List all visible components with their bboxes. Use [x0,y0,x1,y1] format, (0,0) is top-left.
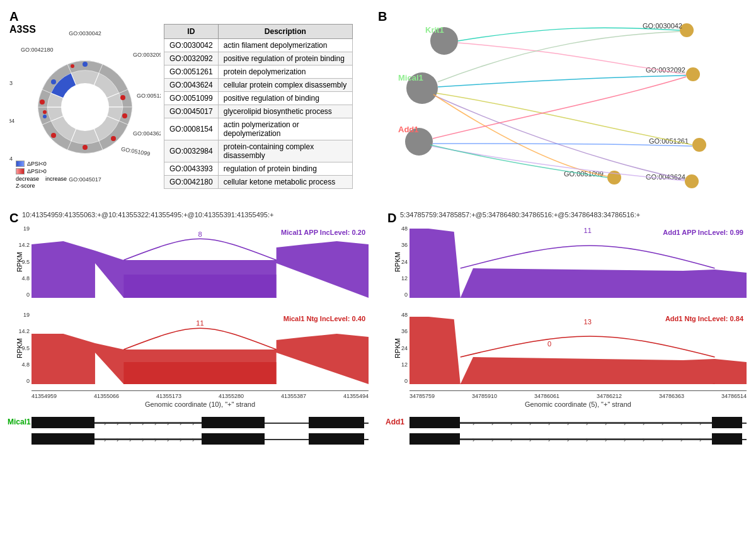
svg-rect-39 [123,275,276,298]
svg-point-2 [122,113,127,118]
svg-point-6 [43,115,47,118]
d-ntg-track-container: 483624120 RPKM 13 2 0 Add1 Ntg IncLevel:… [384,312,750,384]
go-id-cell: GO:0051261 [164,65,219,79]
svg-point-34 [685,174,699,188]
app-inc-level: Mical1 APP IncLevel: 0.20 [281,229,365,236]
svg-text:›: › [129,420,131,427]
go-table-row: GO:0051261protein depolymerization [164,65,353,79]
go-table-row: GO:0043393regulation of protein binding [164,162,353,176]
circular-diagram: GO:0030042 GO:0032092 GO:0051261 GO:0043… [9,25,161,189]
c-x-axis: 4135495941355066413551734135528041355387… [32,390,369,408]
go-id-cell: GO:0032092 [164,52,219,65]
svg-text:GO:0051261: GO:0051261 [649,137,689,145]
svg-text:›: › [699,420,701,427]
svg-text:›: › [117,420,118,427]
legend-zscore: Z-score [16,183,35,189]
svg-text:GO:0042180: GO:0042180 [21,47,54,53]
svg-text:›: › [180,420,181,427]
panel-d-label: D [387,211,396,225]
app-rpkm-label: RPKM [16,252,23,272]
svg-text:›: › [586,436,588,443]
go-table-row: GO:0043624cellular protein complex disas… [164,79,353,92]
svg-point-3 [111,136,116,141]
svg-text:›: › [142,436,144,443]
svg-text:Krit1: Krit1 [425,25,444,35]
d-x-axis: 3478575934785910347860613478621234786363… [410,390,747,408]
go-table-id-header: ID [164,25,219,39]
go-table-row: GO:0032092positive regulation of protein… [164,52,353,65]
panel-a-label: A [9,9,18,24]
go-id-cell: GO:0043624 [164,79,219,92]
app-area-chart: 8 37 [32,225,369,298]
panel-c-label: C [9,211,18,225]
ntg-rpkm-plot: 1914.29.54.80 RPKM 11 21 Mical1 Ntg IncL… [32,312,369,384]
ntg-area-chart: 11 21 [32,312,369,384]
svg-text:›: › [167,420,169,427]
legend-dpsi-gt0: ΔPSI>0 [27,168,47,174]
go-table: ID Description GO:0030042actin filament … [164,24,353,189]
svg-text:13: 13 [583,318,591,326]
svg-point-11 [40,99,45,105]
go-desc-cell: protein-containing complex disassembly [218,140,352,162]
go-id-cell: GO:0032984 [164,140,219,162]
go-id-cell: GO:0042180 [164,176,219,189]
svg-text:›: › [192,420,194,427]
svg-point-4 [83,145,88,150]
panel-c: C 10:41354959:41355063:+@10:41355322:413… [6,208,372,529]
svg-text:›: › [529,420,531,427]
svg-text:›: › [548,420,550,427]
go-table-row: GO:0032984protein-containing complex dis… [164,140,353,162]
ntg-rpkm-label: RPKM [16,338,23,358]
svg-text:›: › [680,420,682,427]
d-app-rpkm-plot: 483624120 RPKM 11 0 Add1 APP IncLevel: 0… [410,225,747,298]
go-id-cell: GO:0008154 [164,118,219,140]
svg-text:›: › [491,436,493,443]
svg-text:›: › [154,420,156,427]
svg-text:GO:0043624: GO:0043624 [646,173,685,181]
svg-text:GO:0032984: GO:0032984 [9,118,14,124]
d-axis-title: Genomic coordinate (5), "+" strand [410,401,747,408]
svg-text:›: › [472,420,474,427]
legend-dpsi-lt0: ΔPSI<0 [27,161,47,167]
svg-point-9 [71,64,74,68]
legend: ΔPSI<0 ΔPSI>0 decrease increase Z-score [16,161,67,189]
svg-text:›: › [529,436,531,443]
legend-decrease: decrease [16,176,39,182]
panel-b-label: B [378,9,387,24]
svg-text:GO:0032092: GO:0032092 [133,52,161,58]
d-app-track-container: 483624120 RPKM 11 0 Add1 APP IncLevel: 0… [384,225,750,298]
svg-point-1 [120,95,125,100]
svg-text:GO:0051261: GO:0051261 [137,93,161,99]
go-desc-cell: actin polymerization or depolymerization [218,118,352,140]
svg-text:›: › [699,436,701,443]
svg-text:›: › [129,436,131,443]
svg-text:›: › [142,420,144,427]
svg-text:8: 8 [198,230,202,238]
go-id-cell: GO:0043393 [164,162,219,176]
svg-text:›: › [192,436,194,443]
svg-text:›: › [624,420,626,427]
svg-text:›: › [154,436,156,443]
svg-text:11: 11 [583,227,591,234]
svg-text:GO:051099: GO:051099 [120,146,151,157]
go-desc-cell: positive regulation of protein binding [218,52,352,65]
go-desc-cell: cellular protein complex disassembly [218,79,352,92]
svg-rect-43 [123,362,276,384]
go-id-cell: GO:0045017 [164,105,219,118]
svg-point-0 [61,83,109,131]
d-app-area-chart: 11 0 [410,225,747,298]
go-desc-cell: regulation of protein binding [218,162,352,176]
svg-marker-67 [410,317,747,384]
d-ntg-inc-level: Add1 Ntg IncLevel: 0.84 [665,315,743,322]
svg-text:GO:0008154: GO:0008154 [9,156,13,162]
svg-text:›: › [662,436,663,443]
c-gene-label: Mical1 [8,418,31,426]
go-table-row: GO:0045017glycerolipid biosynthetic proc… [164,105,353,118]
svg-text:›: › [548,436,550,443]
go-desc-cell: cellular ketone metabolic process [218,176,352,189]
d-ntg-rpkm-label: RPKM [394,338,401,358]
go-table-row: GO:0030042actin filament depolymerizatio… [164,39,353,52]
svg-text:›: › [567,420,569,427]
go-table-row: GO:0042180cellular ketone metabolic proc… [164,176,353,189]
svg-text:0: 0 [547,340,551,348]
